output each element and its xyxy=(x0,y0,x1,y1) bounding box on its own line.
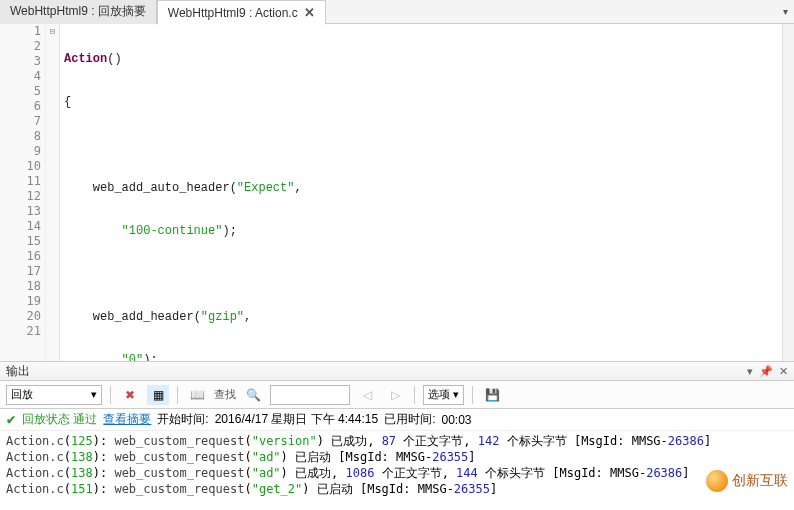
code-editor: 123456789101112131415161718192021 ⊟ Acti… xyxy=(0,24,794,361)
tab-action-c[interactable]: WebHttpHtml9 : Action.c ✕ xyxy=(157,0,326,25)
tab-replay-summary[interactable]: WebHttpHtml9 : 回放摘要 xyxy=(0,0,157,24)
filter-dropdown[interactable]: 回放 ▾ xyxy=(6,385,102,405)
pin-icon[interactable]: 📌 xyxy=(759,365,773,378)
dropdown-icon[interactable]: ▾ xyxy=(747,365,753,378)
vertical-scrollbar[interactable] xyxy=(782,24,794,361)
tab-label: WebHttpHtml9 : Action.c xyxy=(168,6,298,20)
output-panel-header: 输出 ▾ 📌 ✕ xyxy=(0,361,794,381)
search-input[interactable] xyxy=(270,385,350,405)
elapsed-label: 已用时间: xyxy=(384,411,435,428)
options-dropdown[interactable]: 选项 ▾ xyxy=(423,385,464,405)
line-number-gutter: 123456789101112131415161718192021 xyxy=(14,24,46,361)
output-log[interactable]: Action.c(125): web_custom_request("versi… xyxy=(0,431,794,503)
close-panel-icon[interactable]: ✕ xyxy=(779,365,788,378)
elapsed-value: 00:03 xyxy=(441,413,471,427)
log-row: Action.c(125): web_custom_request("versi… xyxy=(6,433,788,449)
status-bar: ✔ 回放状态 通过 查看摘要 开始时间: 2016/4/17 星期日 下午 4:… xyxy=(0,409,794,431)
next-icon[interactable]: ▷ xyxy=(384,385,406,405)
search-label: 查找 xyxy=(214,387,236,402)
delete-icon[interactable]: ✖ xyxy=(119,385,141,405)
start-time-value: 2016/4/17 星期日 下午 4:44:15 xyxy=(215,411,378,428)
book-icon[interactable]: 📖 xyxy=(186,385,208,405)
code-content[interactable]: Action() { web_add_auto_header("Expect",… xyxy=(60,24,794,361)
fold-gutter: ⊟ xyxy=(46,24,60,361)
prev-icon[interactable]: ◁ xyxy=(356,385,378,405)
fn-add-header: web_add_header xyxy=(93,310,194,324)
search-icon[interactable]: 🔍 xyxy=(242,385,264,405)
start-time-label: 开始时间: xyxy=(157,411,208,428)
status-pass: 通过 xyxy=(73,412,97,426)
view-summary-link[interactable]: 查看摘要 xyxy=(103,411,151,428)
check-icon: ✔ xyxy=(6,413,16,427)
highlight-icon[interactable]: ▦ xyxy=(147,385,169,405)
save-icon[interactable]: 💾 xyxy=(481,385,503,405)
log-row: Action.c(138): web_custom_request("ad") … xyxy=(6,449,788,465)
log-row: Action.c(151): web_custom_request("get_2… xyxy=(6,481,788,497)
tab-bar: WebHttpHtml9 : 回放摘要 WebHttpHtml9 : Actio… xyxy=(0,0,794,24)
marker-gutter xyxy=(0,24,14,361)
close-icon[interactable]: ✕ xyxy=(304,5,315,20)
brace-open: { xyxy=(64,95,71,109)
log-row: Action.c(138): web_custom_request("ad") … xyxy=(6,465,788,481)
panel-title-text: 输出 xyxy=(6,363,741,380)
status-label: 回放状态 xyxy=(22,412,70,426)
tab-menu-icon[interactable]: ▾ xyxy=(783,6,788,17)
output-toolbar: 回放 ▾ ✖ ▦ 📖 查找 🔍 ◁ ▷ 选项 ▾ 💾 xyxy=(0,381,794,409)
fn-add-auto-header: web_add_auto_header xyxy=(93,181,230,195)
fn-action: Action xyxy=(64,52,107,66)
